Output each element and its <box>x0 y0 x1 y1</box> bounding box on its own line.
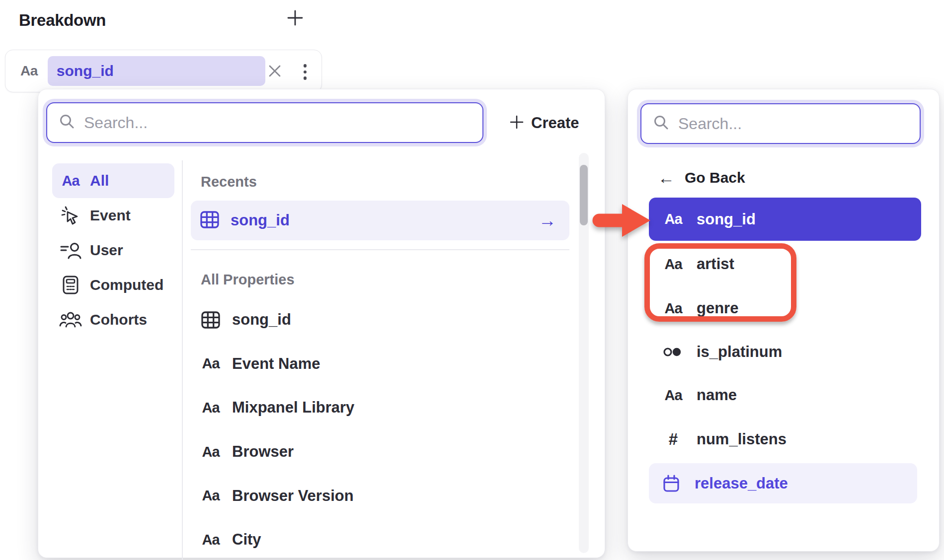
search-icon <box>58 113 76 133</box>
text-type-icon: Aa <box>202 488 219 504</box>
property-row-browser[interactable]: Aa Browser <box>191 430 569 474</box>
property-label: Browser Version <box>232 487 354 505</box>
property-label: Browser <box>232 443 294 461</box>
sub-property-label: song_id <box>697 210 756 228</box>
arrow-left-icon: ← <box>658 168 675 188</box>
text-type-icon: Aa <box>202 532 219 548</box>
sub-property-label: is_platinum <box>697 343 782 361</box>
text-type-icon: Aa <box>664 387 682 404</box>
property-label: song_id <box>232 311 291 329</box>
property-label: Mixpanel Library <box>232 399 354 417</box>
sidebar-divider <box>182 160 183 560</box>
property-row-event-name[interactable]: Aa Event Name <box>191 342 569 386</box>
category-sidebar: Aa All Event <box>52 163 174 337</box>
search-icon <box>652 114 670 134</box>
text-type-icon: Aa <box>664 211 682 227</box>
screen: Breakdown Aa song_id <box>0 0 944 560</box>
breakdown-options-button[interactable] <box>298 61 313 83</box>
cursor-click-icon <box>59 206 82 225</box>
sub-property-row-release-date[interactable]: release_date <box>649 463 917 503</box>
text-type-icon: Aa <box>664 256 682 273</box>
breakdown-chip: Aa song_id <box>5 50 322 92</box>
grid-property-icon <box>199 311 222 329</box>
page-title: Breakdown <box>19 11 106 30</box>
category-cohorts[interactable]: Cohorts <box>52 302 174 337</box>
text-type-icon: Aa <box>202 355 219 372</box>
text-type-icon: Aa <box>202 444 219 460</box>
number-type-icon: # <box>669 430 678 449</box>
sub-property-row-genre[interactable]: Aa genre <box>649 286 921 330</box>
text-type-icon: Aa <box>62 173 79 189</box>
property-label: Event Name <box>232 355 320 373</box>
text-type-icon: Aa <box>664 300 682 317</box>
sub-property-popover: ← Go Back Aa song_id Aa artist Aa genre … <box>628 89 940 552</box>
sub-property-row-num-listens[interactable]: # num_listens <box>649 418 921 461</box>
calculator-icon <box>59 275 82 295</box>
all-properties-section-title: All Properties <box>201 272 295 288</box>
go-back-label: Go Back <box>685 169 745 186</box>
category-label: Event <box>90 207 131 224</box>
category-label: Cohorts <box>90 311 147 328</box>
go-back-button[interactable]: ← Go Back <box>658 168 745 188</box>
recent-property-song-id[interactable]: song_id → <box>191 201 569 240</box>
recent-property-label: song_id <box>231 211 528 229</box>
close-icon <box>267 63 283 81</box>
category-label: User <box>90 242 123 259</box>
property-picker-popover: Create Aa All Event <box>38 89 605 558</box>
property-row-song-id[interactable]: song_id <box>191 298 569 342</box>
property-row-city[interactable]: Aa City <box>191 518 569 560</box>
text-type-icon: Aa <box>202 400 219 416</box>
category-all[interactable]: Aa All <box>52 163 174 198</box>
boolean-type-icon <box>662 345 685 359</box>
people-group-icon <box>59 311 82 329</box>
recents-section-title: Recents <box>201 174 257 190</box>
sub-property-label: name <box>697 386 737 404</box>
grid-property-icon <box>200 210 220 231</box>
sub-property-row-artist[interactable]: Aa artist <box>649 242 921 286</box>
property-type-icon: Aa <box>20 63 38 79</box>
property-list: Recents song_id → All Properties <box>191 89 569 559</box>
sub-property-row-is-platinum[interactable]: is_platinum <box>649 330 921 374</box>
category-label: All <box>90 172 109 189</box>
section-divider <box>191 249 569 250</box>
calendar-icon <box>660 474 683 493</box>
sub-property-label: artist <box>697 255 734 273</box>
sub-property-label: genre <box>697 299 738 317</box>
category-label: Computed <box>90 277 163 293</box>
arrow-right-icon: → <box>539 210 569 231</box>
sub-property-label: release_date <box>695 475 788 492</box>
category-event[interactable]: Event <box>52 198 174 233</box>
sub-property-label: num_listens <box>697 430 787 448</box>
property-row-mixpanel-library[interactable]: Aa Mixpanel Library <box>191 386 569 430</box>
breakdown-chip-value[interactable]: song_id <box>48 56 265 86</box>
category-computed[interactable]: Computed <box>52 268 174 302</box>
user-list-icon <box>59 241 82 260</box>
plus-icon <box>286 9 304 29</box>
sub-property-row-song-id[interactable]: Aa song_id <box>649 198 921 241</box>
chip-value-label: song_id <box>57 63 114 79</box>
sub-property-row-name[interactable]: Aa name <box>649 373 921 417</box>
add-breakdown-button[interactable] <box>284 8 306 30</box>
category-user[interactable]: User <box>52 233 174 268</box>
search-input[interactable] <box>678 115 920 133</box>
scrollbar-thumb[interactable] <box>580 165 588 225</box>
property-label: City <box>232 531 261 549</box>
property-row-browser-version[interactable]: Aa Browser Version <box>191 474 569 518</box>
remove-breakdown-button[interactable] <box>266 63 284 81</box>
